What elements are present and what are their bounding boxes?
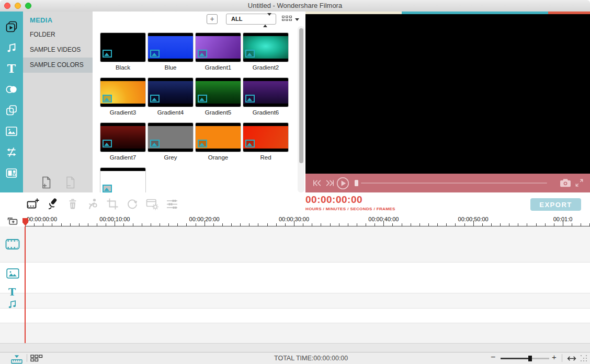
- media-item-label: Orange: [195, 154, 241, 161]
- media-thumbnail[interactable]: [100, 167, 146, 192]
- image-badge-icon: [150, 140, 160, 147]
- media-item-white[interactable]: [100, 167, 146, 192]
- media-browser: + ALL BlackBlueGradient1Gradient2Gradien…: [93, 12, 305, 192]
- play-button[interactable]: [336, 177, 349, 190]
- stepper-arrows-icon: [263, 16, 271, 25]
- seek-track[interactable]: [361, 183, 547, 184]
- zoom-in-button[interactable]: +: [552, 352, 557, 361]
- sidebar-item-layout[interactable]: [4, 166, 19, 180]
- window-title: Untitled - Wondershare Filmora: [0, 0, 590, 11]
- media-thumbnail[interactable]: [243, 122, 289, 152]
- media-nav-item-sample-videos[interactable]: SAMPLE VIDEOS: [23, 42, 93, 58]
- close-button[interactable]: [4, 3, 10, 9]
- adjust-icon[interactable]: [165, 197, 179, 211]
- media-thumbnail[interactable]: [148, 122, 194, 152]
- sidebar-item-audio[interactable]: [4, 41, 19, 54]
- media-item-gradient3[interactable]: Gradient3: [100, 77, 146, 116]
- media-item-gradient7[interactable]: Gradient7: [100, 122, 146, 161]
- playhead-line[interactable]: [25, 226, 26, 343]
- pip-track[interactable]: [0, 262, 590, 293]
- image-badge-icon: [103, 185, 112, 192]
- effects-icon: [5, 104, 18, 117]
- media-item-gradient2[interactable]: Gradient2: [243, 32, 289, 71]
- ruler-label: 00:00:10:00: [99, 216, 130, 222]
- image-badge-icon: [198, 95, 207, 103]
- media-thumbnail[interactable]: [148, 77, 194, 107]
- seek-handle[interactable]: [355, 180, 358, 186]
- resize-grip[interactable]: [581, 355, 588, 362]
- media-item-orange[interactable]: Orange: [195, 122, 241, 161]
- sidebar-item-split-screen[interactable]: [4, 145, 19, 159]
- sidebar-item-text[interactable]: T: [4, 62, 19, 75]
- clip-settings-icon[interactable]: [145, 197, 159, 211]
- image-badge-icon: [198, 140, 207, 147]
- add-file-icon[interactable]: [40, 176, 52, 189]
- media-thumbnail[interactable]: [148, 32, 194, 62]
- fullscreen-icon[interactable]: [574, 178, 584, 188]
- remove-file-icon[interactable]: [64, 176, 76, 189]
- zoom-out-button[interactable]: −: [491, 352, 495, 362]
- go-to-start-icon[interactable]: [312, 179, 322, 187]
- rotate-icon[interactable]: [126, 197, 139, 211]
- image-icon: [6, 268, 19, 279]
- media-item-gradient4[interactable]: Gradient4: [148, 77, 194, 116]
- media-thumbnail[interactable]: [100, 32, 146, 62]
- minimize-button[interactable]: [15, 3, 21, 9]
- media-item-red[interactable]: Red: [243, 122, 289, 161]
- media-thumbnail[interactable]: [243, 32, 289, 62]
- media-item-blue[interactable]: Blue: [148, 32, 194, 71]
- media-thumbnail[interactable]: [195, 77, 241, 107]
- spare-track[interactable]: [0, 323, 590, 343]
- media-thumbnail[interactable]: [195, 122, 241, 152]
- timeline-hscroll-strip[interactable]: [0, 343, 590, 352]
- sidebar-item-effects[interactable]: [4, 104, 19, 117]
- media-thumbnail[interactable]: [195, 32, 241, 62]
- sidebar-item-pip[interactable]: [4, 124, 19, 138]
- zoom-slider-handle[interactable]: [528, 356, 532, 361]
- delete-icon[interactable]: [66, 197, 80, 211]
- image-badge-icon: [245, 50, 255, 58]
- media-thumbnail[interactable]: [243, 77, 289, 107]
- audio-track[interactable]: [0, 308, 590, 323]
- track-size-icon[interactable]: [30, 355, 43, 362]
- sidebar-item-media[interactable]: [4, 20, 19, 33]
- record-voiceover-icon[interactable]: [46, 197, 60, 211]
- media-item-gradient6[interactable]: Gradient6: [243, 77, 289, 116]
- add-to-timeline-icon[interactable]: [26, 197, 40, 211]
- crop-icon[interactable]: [106, 197, 119, 211]
- scrollbar-thumb[interactable]: [299, 28, 303, 163]
- media-item-label: Grey: [148, 154, 194, 161]
- view-mode-button[interactable]: [282, 16, 300, 23]
- import-media-button[interactable]: +: [207, 14, 218, 24]
- scrollbar-track[interactable]: [298, 26, 304, 192]
- export-button[interactable]: EXPORT: [530, 198, 581, 211]
- text-track[interactable]: [0, 293, 590, 308]
- media-nav-item-sample-colors[interactable]: SAMPLE COLORS: [23, 58, 93, 73]
- split-icon[interactable]: [86, 197, 99, 211]
- zoom-button[interactable]: [25, 3, 31, 9]
- manage-tracks-icon[interactable]: [7, 217, 18, 225]
- timeline-tracks: T: [0, 226, 590, 343]
- media-nav-item-folder[interactable]: FOLDER: [23, 27, 93, 42]
- fit-timeline-icon[interactable]: [566, 355, 577, 362]
- grid-view-icon: [282, 16, 292, 21]
- media-item-label: Gradient2: [243, 64, 289, 71]
- media-item-gradient1[interactable]: Gradient1: [195, 32, 241, 71]
- sidebar-item-transitions[interactable]: [4, 83, 19, 96]
- media-item-grey[interactable]: Grey: [148, 122, 194, 161]
- video-track[interactable]: [0, 226, 590, 262]
- media-nav-header: MEDIA: [23, 12, 93, 27]
- media-item-gradient5[interactable]: Gradient5: [195, 77, 241, 116]
- ruler-label: 00:00:50:00: [458, 216, 489, 222]
- media-thumbnail[interactable]: [100, 77, 146, 107]
- playhead-marker[interactable]: [22, 218, 28, 226]
- media-item-black[interactable]: Black: [100, 32, 146, 71]
- media-thumbnail[interactable]: [100, 122, 146, 152]
- zoom-slider-fill: [501, 358, 530, 359]
- zoom-to-fit-icon[interactable]: [10, 354, 24, 364]
- media-filter-dropdown[interactable]: ALL: [226, 14, 276, 25]
- next-frame-icon[interactable]: [325, 179, 335, 187]
- snapshot-camera-icon[interactable]: [560, 178, 571, 188]
- timeline-zoom-slider[interactable]: [501, 358, 549, 359]
- timeline-ruler[interactable]: 00:00:00:0000:00:10:0000:00:20:0000:00:3…: [0, 215, 590, 226]
